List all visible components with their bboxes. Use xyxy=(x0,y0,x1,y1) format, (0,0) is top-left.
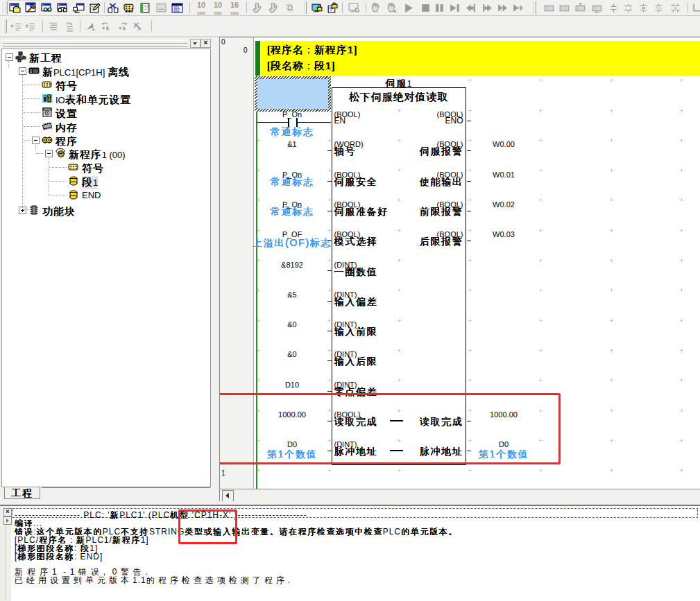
svg-text:002: 002 xyxy=(173,9,180,12)
